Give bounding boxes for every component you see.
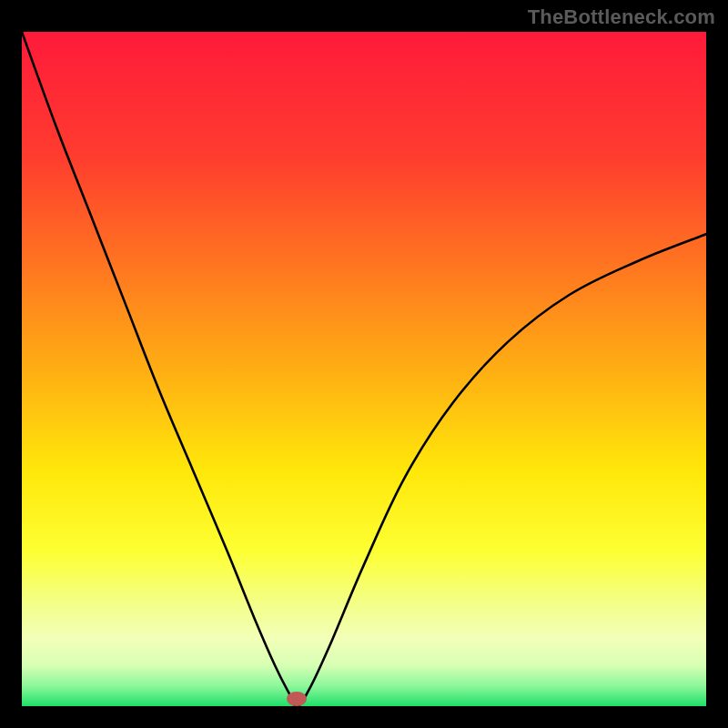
chart-svg <box>0 0 728 728</box>
optimal-marker <box>287 692 307 706</box>
plot-background <box>22 32 706 706</box>
chart-frame: TheBottleneck.com <box>0 0 728 728</box>
watermark-label: TheBottleneck.com <box>528 5 715 29</box>
